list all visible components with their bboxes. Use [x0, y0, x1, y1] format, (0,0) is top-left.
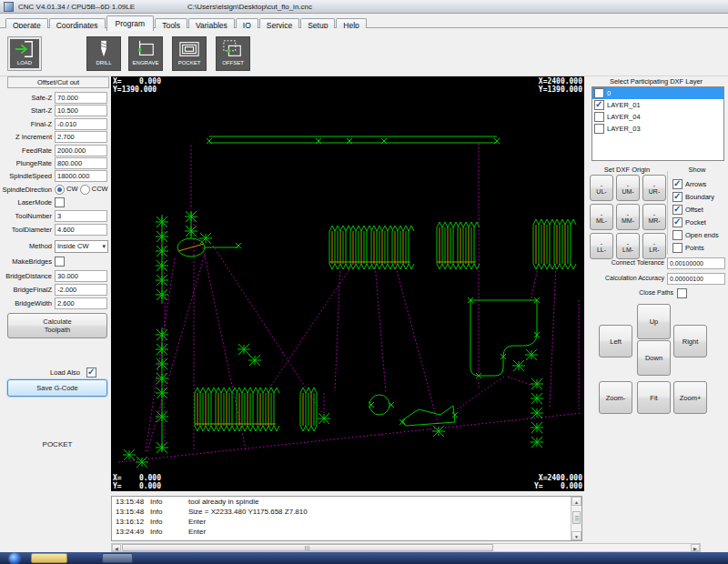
- field-input[interactable]: 70.000: [55, 92, 107, 104]
- layer-row-layer-03[interactable]: LAYER_03: [592, 123, 723, 135]
- scroll-left-icon[interactable]: ◀: [112, 544, 121, 551]
- window-title: CNC V4.01.34 / CPU5B--6D 1.09LE: [18, 3, 135, 11]
- show-arrows-checkbox[interactable]: [672, 179, 682, 189]
- pan-right-button[interactable]: Right: [673, 325, 707, 358]
- show-option-label: Points: [685, 244, 704, 252]
- origin-ul-button[interactable]: -UL-: [590, 175, 613, 201]
- field-input[interactable]: 2.600: [55, 297, 107, 309]
- log-horizontal-scrollbar[interactable]: ◀ ▶: [111, 543, 701, 552]
- field-input[interactable]: 2.700: [55, 131, 107, 143]
- calculation-accuracy-input[interactable]: 0.00000100: [667, 273, 725, 285]
- layer-row-0[interactable]: 0: [592, 87, 723, 99]
- layer-name: LAYER_03: [607, 125, 641, 133]
- origin-lr-button[interactable]: -LR-: [642, 233, 666, 259]
- dxf-layer-list[interactable]: 0LAYER_01LAYER_04LAYER_03: [592, 86, 724, 161]
- origin-mr-button[interactable]: -MR-: [642, 204, 666, 230]
- field-input[interactable]: 30.000: [55, 270, 107, 282]
- scroll-down-icon[interactable]: ▼: [571, 531, 581, 540]
- toolpath-preview: [111, 76, 584, 491]
- pan-up-label: Up: [650, 317, 659, 326]
- field-input[interactable]: 4.600: [55, 224, 107, 236]
- origin-um-button[interactable]: -UM-: [616, 175, 640, 201]
- zoom-fit-button[interactable]: Fit: [637, 381, 671, 414]
- spindle-ccw-radio[interactable]: [80, 185, 90, 195]
- taskbar-folder-button[interactable]: [31, 553, 67, 563]
- pan-up-button[interactable]: Up: [637, 304, 671, 339]
- log-message: tool already in spindle: [188, 497, 258, 507]
- close-paths-checkbox[interactable]: [677, 288, 687, 298]
- toolbar-engrave-button[interactable]: ENGRAVE: [128, 36, 163, 71]
- field-input[interactable]: -2.000: [55, 284, 107, 296]
- origin-ll-button[interactable]: -LL-: [590, 233, 613, 259]
- zoom-out-label: Zoom-: [606, 394, 626, 402]
- field-label: ToolDiameter: [0, 224, 55, 236]
- toolbar-pocket-button[interactable]: POCKET: [172, 36, 207, 71]
- field-input[interactable]: 3: [55, 210, 107, 222]
- toolpath-canvas[interactable]: X= 0.000Y=1390.000 X=2400.000Y=1390.000 …: [111, 76, 584, 491]
- field-input[interactable]: 2000.000: [55, 145, 107, 156]
- zoom-out-button[interactable]: Zoom-: [599, 381, 632, 414]
- log-vscroll-thumb[interactable]: [572, 511, 581, 524]
- origin-label: -ML-: [596, 211, 607, 224]
- layer-checkbox[interactable]: [594, 100, 604, 110]
- field-input[interactable]: 18000.000: [55, 170, 107, 182]
- zoom-in-button[interactable]: Zoom+: [673, 381, 707, 414]
- field-row: Final-Z-0.010: [0, 118, 109, 130]
- log-hscroll-thumb[interactable]: [122, 544, 493, 551]
- tab-program[interactable]: Program: [106, 15, 155, 31]
- spindle-cw-label: CW: [66, 185, 78, 193]
- field-label: PlungeRate: [0, 157, 55, 169]
- field-input[interactable]: 800.000: [55, 157, 107, 169]
- make-bridges-checkbox[interactable]: [55, 257, 65, 267]
- origin-ml-button[interactable]: -ML-: [590, 204, 613, 230]
- field-row: BridgeDistance30.000: [0, 270, 109, 282]
- spindle-direction-row: SpindleDirection CW CCW: [0, 184, 109, 196]
- laser-mode-checkbox[interactable]: [55, 197, 65, 207]
- origin-mm-button[interactable]: -MM-: [616, 204, 640, 230]
- pan-left-button[interactable]: Left: [599, 325, 632, 358]
- layer-checkbox[interactable]: [594, 112, 604, 122]
- origin-label: -LM-: [622, 240, 633, 253]
- taskbar-app-button[interactable]: [102, 553, 133, 563]
- show-offset-checkbox[interactable]: [672, 205, 682, 215]
- load-also-checkbox[interactable]: [86, 368, 96, 378]
- origin-ur-button[interactable]: -UR-: [642, 175, 666, 201]
- show-option-label: Pocket: [685, 218, 706, 227]
- spindle-cw-radio[interactable]: [55, 185, 65, 195]
- show-open-ends-checkbox[interactable]: [672, 230, 682, 240]
- method-dropdown[interactable]: Inside CW ▾: [55, 240, 108, 253]
- origin-lm-button[interactable]: -LM-: [616, 233, 640, 259]
- connect-tolerance-input[interactable]: 0.00100000: [667, 257, 725, 269]
- layer-checkbox[interactable]: [594, 124, 604, 134]
- close-paths-label: Close Paths: [587, 289, 673, 296]
- field-input[interactable]: 10.500: [55, 105, 107, 116]
- origin-label: -UR-: [649, 182, 660, 195]
- field-input[interactable]: -0.010: [55, 118, 107, 130]
- save-gcode-button[interactable]: Save G-Code: [7, 379, 107, 397]
- pan-down-button[interactable]: Down: [637, 340, 671, 376]
- log-panel[interactable]: 13:15:48Infotool already in spindle13:15…: [111, 496, 582, 541]
- log-vertical-scrollbar[interactable]: ▲ ▼: [571, 497, 581, 540]
- calculate-toolpath-button[interactable]: Calculate Toolpath: [7, 313, 107, 338]
- toolbar-offset-button[interactable]: OFFSET: [216, 36, 250, 71]
- set-dxf-origin-label: Set DXF Origin: [587, 166, 667, 174]
- show-option-label: Arrows: [685, 180, 706, 188]
- log-message: Enter: [188, 517, 206, 527]
- show-pocket-checkbox[interactable]: [672, 217, 682, 227]
- field-row: PlungeRate800.000: [0, 157, 109, 169]
- log-level: Info: [150, 517, 188, 527]
- layer-row-layer-01[interactable]: LAYER_01: [592, 99, 723, 111]
- show-boundary-checkbox[interactable]: [672, 192, 682, 202]
- load-also-row: Load Also: [0, 367, 109, 378]
- scroll-right-icon[interactable]: ▶: [691, 544, 700, 551]
- start-orb-icon[interactable]: [9, 553, 20, 564]
- show-points-checkbox[interactable]: [672, 243, 682, 253]
- origin-label: -UL-: [596, 182, 607, 195]
- load-also-label: Load Also: [0, 367, 83, 378]
- toolbar-drill-button[interactable]: DRILL: [86, 36, 121, 71]
- layer-row-layer-04[interactable]: LAYER_04: [592, 111, 723, 123]
- toolbar-load-button[interactable]: LOAD: [7, 36, 42, 71]
- pan-right-label: Right: [682, 337, 699, 346]
- scroll-up-icon[interactable]: ▲: [571, 497, 581, 506]
- layer-checkbox[interactable]: [594, 88, 604, 98]
